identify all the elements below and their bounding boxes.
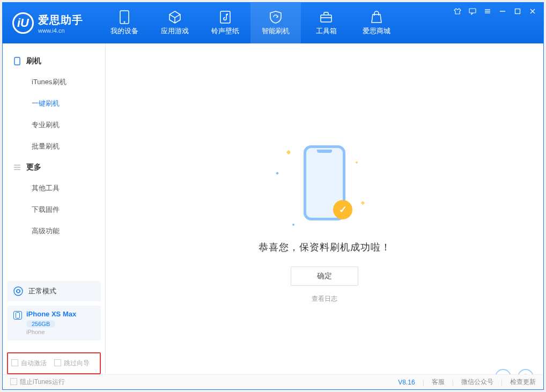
nav-label: 应用游戏 xyxy=(161,26,189,36)
device-name: iPhone XS Max xyxy=(26,310,94,318)
svg-rect-21 xyxy=(16,313,20,319)
checkbox-icon xyxy=(11,359,18,366)
music-note-icon xyxy=(218,10,232,24)
nav-toolbox[interactable]: 工具箱 xyxy=(301,3,351,43)
nav-apps-games[interactable]: 应用游戏 xyxy=(150,3,200,43)
maximize-button[interactable] xyxy=(513,7,522,16)
success-illustration: ✓ xyxy=(287,145,362,226)
ok-button[interactable]: 确定 xyxy=(291,267,358,286)
app-logo: iU 爱思助手 www.i4.cn xyxy=(3,12,93,34)
support-link[interactable]: 客服 xyxy=(432,378,445,387)
mode-label: 正常模式 xyxy=(28,286,56,296)
checkbox-icon xyxy=(54,359,61,366)
sparkle-icon xyxy=(276,172,279,175)
menu-icon[interactable] xyxy=(483,7,492,16)
status-bar: 阻止iTunes运行 V8.16 | 客服 | 微信公众号 | 检查更新 xyxy=(3,374,543,389)
version-label: V8.16 xyxy=(398,379,415,386)
sidebar-item-other-tools[interactable]: 其他工具 xyxy=(3,177,105,199)
sparkle-icon xyxy=(286,150,291,154)
svg-rect-14 xyxy=(14,57,20,65)
window-controls xyxy=(453,7,537,16)
list-icon xyxy=(13,164,21,171)
sidebar-item-download-firmware[interactable]: 下载固件 xyxy=(3,199,105,220)
minimize-button[interactable] xyxy=(498,7,507,16)
svg-point-18 xyxy=(14,287,23,295)
nav-label: 我的设备 xyxy=(110,26,138,36)
sidebar-item-batch-flash[interactable]: 批量刷机 xyxy=(3,136,105,157)
skip-guide-checkbox[interactable]: 跳过向导 xyxy=(54,359,90,368)
mode-card[interactable]: 正常模式 xyxy=(7,281,101,301)
app-window: iU 爱思助手 www.i4.cn 我的设备 应用游戏 铃声壁纸 智能刷机 xyxy=(2,2,544,390)
sparkle-icon xyxy=(361,201,365,205)
nav-store[interactable]: 爱思商城 xyxy=(351,3,402,43)
feedback-icon[interactable] xyxy=(468,7,477,16)
skip-guide-label: 跳过向导 xyxy=(64,359,90,367)
nav-label: 工具箱 xyxy=(316,26,337,36)
check-update-link[interactable]: 检查更新 xyxy=(510,378,536,387)
nav-smart-flash[interactable]: 智能刷机 xyxy=(250,3,301,43)
sync-icon xyxy=(13,286,23,296)
sidebar-group-more: 更多 xyxy=(3,157,105,177)
logo-en: www.i4.cn xyxy=(38,27,83,34)
device-storage-chip: 256GB xyxy=(26,320,55,328)
group-title-label: 更多 xyxy=(26,162,41,172)
nav-label: 智能刷机 xyxy=(262,26,290,36)
check-badge-icon: ✓ xyxy=(333,200,352,219)
sidebar: 刷机 iTunes刷机 一键刷机 专业刷机 批量刷机 更多 其他工具 下载固件 … xyxy=(3,43,106,374)
sidebar-item-advanced[interactable]: 高级功能 xyxy=(3,220,105,242)
view-log-link[interactable]: 查看日志 xyxy=(312,294,337,304)
wechat-link[interactable]: 微信公众号 xyxy=(461,378,493,387)
group-title-label: 刷机 xyxy=(26,56,41,66)
device-icon xyxy=(117,10,131,24)
nav-ringtones[interactable]: 铃声壁纸 xyxy=(200,3,250,43)
cube-icon xyxy=(168,10,182,24)
sidebar-item-itunes-flash[interactable]: iTunes刷机 xyxy=(3,71,105,93)
svg-rect-5 xyxy=(469,9,476,13)
auto-activate-checkbox[interactable]: 自动激活 xyxy=(11,359,47,368)
nav-label: 爱思商城 xyxy=(363,26,390,36)
phone-icon xyxy=(13,57,21,65)
dot-icon xyxy=(356,161,358,164)
svg-rect-3 xyxy=(321,15,331,22)
device-type: iPhone xyxy=(26,329,94,335)
logo-text: 爱思助手 www.i4.cn xyxy=(38,13,83,34)
checkbox-icon xyxy=(10,378,17,385)
flash-options-row: 自动激活 跳过向导 xyxy=(7,352,101,374)
shopping-bag-icon xyxy=(370,10,383,24)
close-button[interactable] xyxy=(528,7,537,16)
toolbox-icon xyxy=(319,10,333,24)
svg-rect-2 xyxy=(220,11,230,23)
logo-cn: 爱思助手 xyxy=(38,13,83,27)
dot-icon xyxy=(292,224,294,226)
block-itunes-label: 阻止iTunes运行 xyxy=(20,378,65,386)
nav-my-device[interactable]: 我的设备 xyxy=(99,3,150,43)
svg-point-20 xyxy=(19,291,20,292)
body: 刷机 iTunes刷机 一键刷机 专业刷机 批量刷机 更多 其他工具 下载固件 … xyxy=(3,43,543,374)
block-itunes-checkbox[interactable]: 阻止iTunes运行 xyxy=(10,378,65,387)
svg-point-1 xyxy=(124,21,126,23)
refresh-shield-icon xyxy=(269,10,283,24)
success-message: 恭喜您，保资料刷机成功啦！ xyxy=(259,241,391,254)
top-nav: 我的设备 应用游戏 铃声壁纸 智能刷机 工具箱 爱思商城 xyxy=(99,3,402,43)
sidebar-group-flash: 刷机 xyxy=(3,51,105,71)
sidebar-scroll: 刷机 iTunes刷机 一键刷机 专业刷机 批量刷机 更多 其他工具 下载固件 … xyxy=(3,43,105,277)
auto-activate-label: 自动激活 xyxy=(21,359,47,367)
svg-point-19 xyxy=(16,291,17,292)
logo-mark-icon: iU xyxy=(12,12,34,34)
svg-rect-10 xyxy=(515,9,520,14)
main-content: ✓ 恭喜您，保资料刷机成功啦！ 确定 查看日志 xyxy=(106,43,543,374)
device-card[interactable]: iPhone XS Max 256GB iPhone xyxy=(7,306,101,341)
sidebar-bottom: 正常模式 iPhone XS Max 256GB iPhone xyxy=(3,277,105,349)
shirt-icon[interactable] xyxy=(453,7,462,16)
sidebar-item-pro-flash[interactable]: 专业刷机 xyxy=(3,114,105,136)
header-bar: iU 爱思助手 www.i4.cn 我的设备 应用游戏 铃声壁纸 智能刷机 xyxy=(3,3,543,43)
sidebar-item-onekey-flash[interactable]: 一键刷机 xyxy=(3,93,105,114)
nav-label: 铃声壁纸 xyxy=(211,26,239,36)
